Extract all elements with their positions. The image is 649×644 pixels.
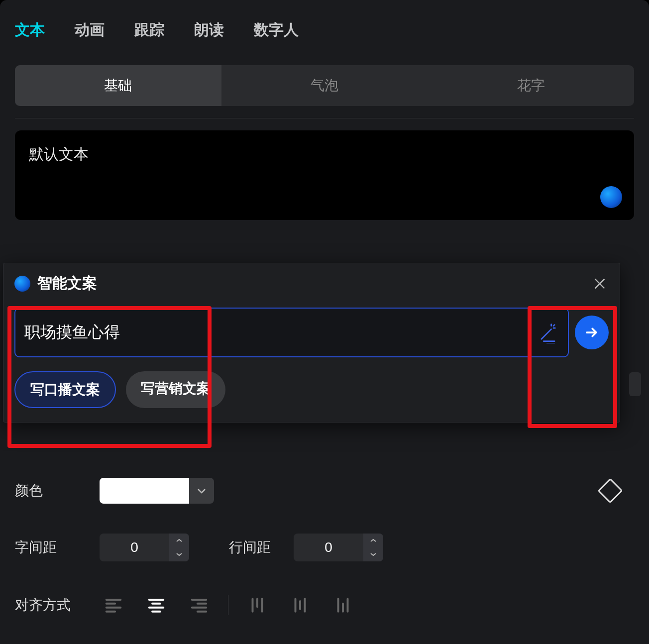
valign-middle-icon[interactable] [286, 591, 314, 619]
subtab-basic[interactable]: 基础 [15, 65, 221, 106]
subtab-bubble[interactable]: 气泡 [221, 65, 428, 106]
v-align-group [243, 591, 357, 619]
tab-tracking[interactable]: 跟踪 [134, 20, 164, 40]
close-button[interactable] [591, 275, 609, 293]
spacing-row: 字间距 0 行间距 0 [15, 534, 634, 561]
ai-input-wrapper[interactable] [14, 308, 569, 357]
line-spacing-stepper[interactable] [363, 534, 383, 561]
text-properties: 颜色 字间距 0 [15, 478, 634, 644]
line-spacing-input[interactable]: 0 [294, 534, 383, 561]
ai-prompt-input[interactable] [24, 323, 531, 342]
divider [15, 118, 634, 118]
sub-tabs: 基础 气泡 花字 [15, 65, 634, 106]
align-row: 对齐方式 [15, 591, 634, 619]
align-left-icon[interactable] [100, 591, 127, 619]
line-spacing-label: 行间距 [229, 538, 294, 557]
color-row: 颜色 [15, 478, 634, 504]
tab-text[interactable]: 文本 [15, 20, 45, 40]
text-input-box[interactable]: 默认文本 [15, 130, 634, 220]
h-align-group [100, 591, 213, 619]
letter-spacing-input[interactable]: 0 [100, 534, 189, 561]
valign-bottom-icon[interactable] [329, 591, 357, 619]
subtab-fancy[interactable]: 花字 [428, 65, 634, 106]
magic-wand-icon[interactable] [537, 322, 559, 343]
letter-spacing-stepper[interactable] [169, 534, 189, 561]
text-panel: 文本 动画 跟踪 朗读 数字人 基础 气泡 花字 默认文本 智能文案 [0, 0, 649, 644]
submit-button[interactable] [575, 316, 609, 349]
align-label: 对齐方式 [15, 596, 100, 615]
ai-input-row [14, 308, 609, 357]
color-swatch[interactable] [100, 478, 189, 504]
align-center-icon[interactable] [142, 591, 170, 619]
smart-copy-popup: 智能文案 [3, 263, 620, 423]
stepper-up-icon[interactable] [169, 534, 189, 547]
stepper-down-icon[interactable] [169, 547, 189, 561]
tab-animation[interactable]: 动画 [75, 20, 105, 40]
popup-title: 智能文案 [37, 273, 97, 294]
keyframe-diamond-icon[interactable] [598, 478, 623, 504]
chip-row: 写口播文案 写营销文案 [14, 371, 609, 408]
stepper-down-icon[interactable] [363, 547, 383, 561]
ai-orb-small-icon [14, 276, 30, 292]
color-picker[interactable] [100, 478, 214, 504]
letter-spacing-label: 字间距 [15, 538, 100, 557]
separator [228, 595, 228, 615]
color-label: 颜色 [15, 481, 100, 500]
tab-read[interactable]: 朗读 [194, 20, 224, 40]
ai-orb-icon[interactable] [600, 186, 622, 208]
text-value: 默认文本 [29, 144, 620, 165]
side-handle[interactable] [629, 372, 641, 396]
letter-spacing-value: 0 [100, 539, 169, 555]
tab-avatar[interactable]: 数字人 [254, 20, 299, 40]
chip-broadcast-copy[interactable]: 写口播文案 [14, 371, 116, 408]
align-right-icon[interactable] [185, 591, 213, 619]
top-tabs: 文本 动画 跟踪 朗读 数字人 [0, 0, 649, 55]
chip-marketing-copy[interactable]: 写营销文案 [126, 371, 225, 408]
panel-content: 基础 气泡 花字 默认文本 [0, 55, 649, 230]
stepper-up-icon[interactable] [363, 534, 383, 547]
color-dropdown[interactable] [189, 478, 214, 504]
popup-header: 智能文案 [14, 273, 609, 294]
valign-top-icon[interactable] [243, 591, 271, 619]
line-spacing-value: 0 [294, 539, 363, 555]
